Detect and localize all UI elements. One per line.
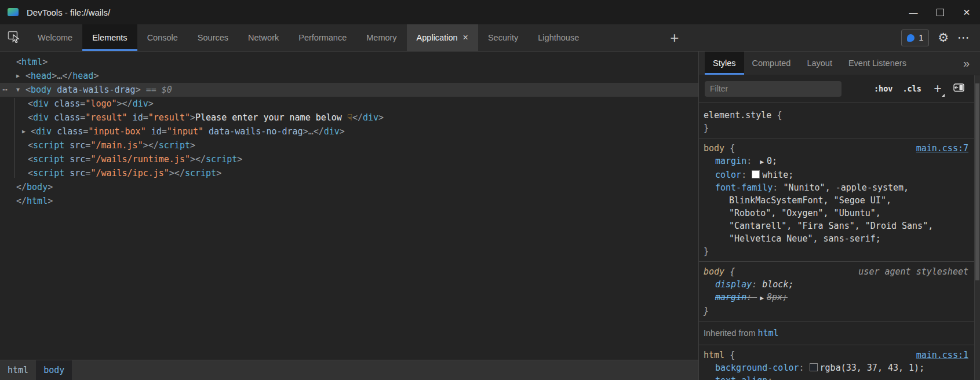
minimize-button[interactable]: — bbox=[900, 0, 927, 24]
more-tools-button[interactable]: + bbox=[663, 24, 686, 51]
styles-filter-row: :hov .cls + bbox=[699, 75, 980, 103]
css-property-continuation: "Helvetica Neue", sans-serif; bbox=[704, 232, 975, 245]
rule-selector[interactable]: html bbox=[704, 350, 724, 360]
dom-node-row[interactable]: <script src="/wails/ipc.js"></script> bbox=[0, 166, 698, 180]
window-controls: — × bbox=[900, 0, 980, 24]
rule-selector-line: main.css:7body { bbox=[704, 142, 975, 155]
styles-filter-input[interactable] bbox=[705, 81, 841, 97]
styles-panel: » StylesComputedLayoutEvent Listeners :h… bbox=[699, 52, 980, 380]
tab-label: Elements bbox=[92, 33, 127, 42]
rule-selector[interactable]: body bbox=[704, 266, 724, 277]
dom-node-row[interactable]: <script src="/wails/runtime.js"></script… bbox=[0, 152, 698, 166]
dom-node-row[interactable]: <html> bbox=[0, 55, 698, 69]
tab-label: Security bbox=[488, 33, 518, 42]
customize-menu-button[interactable]: ⋯ bbox=[957, 31, 970, 45]
stylesheet-link[interactable]: main.css:1 bbox=[916, 349, 968, 361]
dom-node-row[interactable]: <div class="result" id="result">Please e… bbox=[0, 111, 698, 125]
tab-label: Network bbox=[248, 33, 279, 42]
tab-application[interactable]: Application× bbox=[407, 24, 478, 51]
tab-label: Application bbox=[417, 33, 458, 42]
close-button[interactable]: × bbox=[953, 0, 980, 24]
color-swatch-icon[interactable] bbox=[752, 170, 760, 178]
toolbar-right: 1 ⚙ ⋯ bbox=[901, 24, 980, 51]
plus-icon: + bbox=[670, 29, 679, 47]
tab-security[interactable]: Security bbox=[478, 24, 528, 51]
rule-selector[interactable]: element.style bbox=[704, 110, 771, 120]
css-property[interactable]: text-align: bbox=[704, 374, 975, 380]
gear-icon: ⚙ bbox=[938, 31, 949, 45]
tab-computed[interactable]: Computed bbox=[744, 52, 799, 75]
tab-layout[interactable]: Layout bbox=[799, 52, 840, 75]
toggle-element-state-button[interactable]: :hov bbox=[874, 84, 893, 93]
tab-event-listeners[interactable]: Event Listeners bbox=[840, 52, 915, 75]
tab-welcome[interactable]: Welcome bbox=[28, 24, 82, 51]
tab-label: Sources bbox=[198, 33, 228, 42]
tab-styles[interactable]: Styles bbox=[705, 52, 744, 75]
settings-button[interactable]: ⚙ bbox=[938, 31, 949, 45]
rule-selector-line: user agent stylesheetbody { bbox=[704, 265, 975, 278]
styles-scrollbar-thumb[interactable] bbox=[975, 83, 979, 280]
tab-network[interactable]: Network bbox=[238, 24, 289, 51]
maximize-button[interactable] bbox=[927, 0, 953, 24]
dom-node-row[interactable]: </html> bbox=[0, 194, 698, 208]
tab-console[interactable]: Console bbox=[137, 24, 188, 51]
maximize-icon bbox=[937, 9, 944, 16]
issues-button[interactable]: 1 bbox=[901, 30, 929, 46]
inherited-label: Inherited from bbox=[704, 328, 758, 338]
devtools-toolbar: WelcomeElementsConsoleSourcesNetworkPerf… bbox=[0, 24, 980, 52]
dom-node-row[interactable]: ⋯▼<body data-wails-drag> == $0 bbox=[0, 83, 698, 97]
css-property-continuation: "Roboto", "Oxygen", "Ubuntu", bbox=[704, 207, 975, 220]
collapse-arrow-icon[interactable]: ▼ bbox=[16, 83, 20, 97]
dom-tree: <html>▶<head>…</head>⋯▼<body data-wails-… bbox=[0, 52, 698, 360]
inherited-from-row: Inherited from html bbox=[699, 321, 980, 345]
dom-node-row[interactable]: ▶<head>…</head> bbox=[0, 69, 698, 83]
breadcrumb: htmlbody bbox=[0, 360, 698, 380]
expand-arrow-icon[interactable]: ▶ bbox=[22, 125, 25, 138]
tab-memory[interactable]: Memory bbox=[356, 24, 406, 51]
window-title: DevTools - file://wails/ bbox=[27, 8, 110, 17]
styles-scrollbar[interactable] bbox=[974, 75, 980, 380]
css-property-continuation: BlinkMacSystemFont, "Segoe UI", bbox=[704, 194, 975, 207]
inspect-element-button[interactable] bbox=[0, 24, 28, 51]
color-swatch-icon[interactable] bbox=[810, 363, 818, 371]
css-property[interactable]: color: white; bbox=[704, 169, 975, 181]
tab-performance[interactable]: Performance bbox=[289, 24, 356, 51]
devtools-window: DevTools - file://wails/ — × WelcomeElem… bbox=[0, 0, 980, 380]
tab-elements[interactable]: Elements bbox=[82, 24, 137, 51]
dom-node-row[interactable]: <div class="logo"></div> bbox=[0, 97, 698, 111]
dom-node-row[interactable]: ▶<div class="input-box" id="input" data-… bbox=[0, 125, 698, 138]
css-property[interactable]: display: block; bbox=[704, 278, 975, 291]
close-tab-icon[interactable]: × bbox=[463, 32, 468, 43]
rule-selector[interactable]: body bbox=[704, 143, 724, 154]
breadcrumb-item-body[interactable]: body bbox=[36, 360, 72, 380]
style-rule: user agent stylesheetbody {display: bloc… bbox=[699, 262, 980, 321]
issues-bubble-icon bbox=[907, 34, 915, 42]
css-property[interactable]: margin: ▶0; bbox=[704, 155, 975, 169]
expand-arrow-icon[interactable]: ▶ bbox=[16, 69, 20, 83]
tab-sources[interactable]: Sources bbox=[188, 24, 238, 51]
style-rule: main.css:7body {margin: ▶0;color: white;… bbox=[699, 138, 980, 262]
dom-node-row[interactable]: <script src="/main.js"></script> bbox=[0, 138, 698, 152]
css-property[interactable]: font-family: "Nunito", -apple-system, bbox=[704, 181, 975, 194]
css-property[interactable]: margin: ▶8px; bbox=[704, 291, 975, 305]
new-style-rule-button[interactable]: + bbox=[931, 81, 944, 97]
minimize-icon: — bbox=[909, 8, 918, 17]
issues-count: 1 bbox=[919, 33, 923, 42]
node-overflow-menu-icon[interactable]: ⋯ bbox=[2, 83, 8, 97]
stylesheet-link[interactable]: main.css:7 bbox=[916, 142, 968, 155]
css-property[interactable]: background-color: rgba(33, 37, 43, 1); bbox=[704, 361, 975, 374]
expand-value-icon[interactable]: ▶ bbox=[760, 158, 764, 166]
expand-value-icon[interactable]: ▶ bbox=[760, 294, 764, 302]
toggle-classes-button[interactable]: .cls bbox=[902, 84, 921, 93]
rule-selector-line: element.style { bbox=[704, 109, 975, 122]
styles-tabs: » StylesComputedLayoutEvent Listeners bbox=[699, 52, 980, 75]
tab-lighthouse[interactable]: Lighthouse bbox=[528, 24, 589, 51]
inherited-node-link[interactable]: html bbox=[758, 328, 779, 338]
close-icon: × bbox=[963, 5, 970, 19]
computed-sidebar-toggle-button[interactable] bbox=[953, 83, 965, 94]
dom-node-row[interactable]: </body> bbox=[0, 180, 698, 194]
overflow-tabs-button[interactable]: » bbox=[953, 52, 980, 75]
breadcrumb-item-html[interactable]: html bbox=[0, 360, 36, 380]
css-property-continuation: "Cantarell", "Fira Sans", "Droid Sans", bbox=[704, 220, 975, 232]
user-agent-stylesheet-label: user agent stylesheet bbox=[858, 265, 968, 278]
